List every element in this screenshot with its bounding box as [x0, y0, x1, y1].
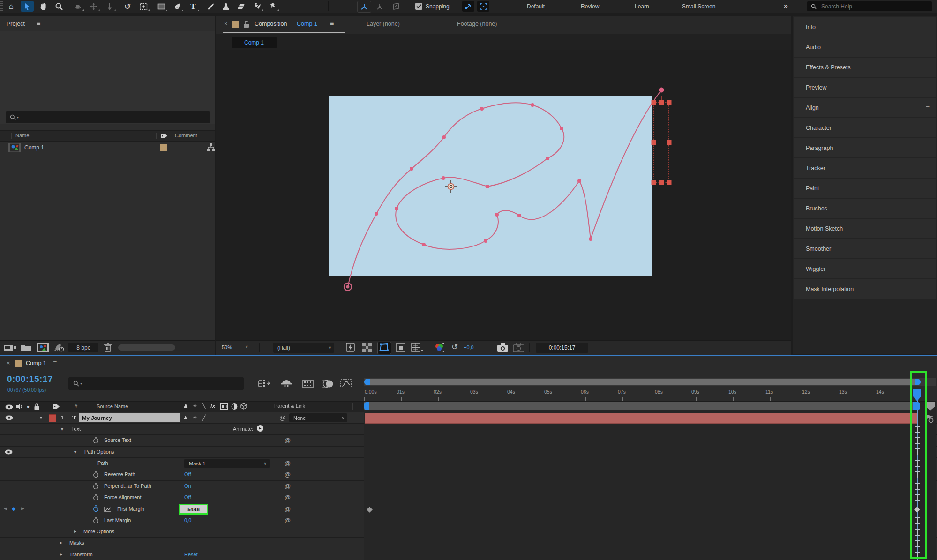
frame-blending-icon[interactable] — [302, 380, 314, 388]
orbit-camera-tool[interactable] — [71, 1, 84, 12]
selection-tool[interactable] — [21, 1, 34, 12]
column-hash[interactable]: # — [75, 403, 77, 409]
pick-whip-icon[interactable]: @ — [285, 460, 291, 467]
last-margin-label[interactable]: Last Margin — [104, 517, 131, 523]
parent-pick-whip-icon[interactable]: @ — [279, 414, 285, 421]
current-timecode[interactable]: 0:00:15:17 — [7, 374, 53, 384]
lock-icon[interactable] — [243, 21, 249, 28]
reverse-path-stopwatch-icon[interactable] — [93, 471, 99, 478]
layer-duration-bar[interactable] — [365, 413, 918, 424]
motion-blur-icon[interactable] — [322, 380, 334, 388]
path-end-point[interactable] — [659, 88, 664, 93]
timeline-tab-label[interactable]: Comp 1 — [26, 360, 46, 366]
transform-reset[interactable]: Reset — [184, 552, 198, 557]
time-ruler[interactable]: 0:00s 01s 02s 03s 04s 05s 06s 07s 08s 09… — [364, 386, 936, 402]
first-margin-stopwatch-icon[interactable] — [93, 505, 99, 512]
pick-whip-icon[interactable]: @ — [285, 437, 291, 444]
panel-info[interactable]: Info — [794, 17, 936, 37]
composition-mini-flowchart-icon[interactable] — [258, 380, 270, 388]
eraser-tool[interactable] — [234, 1, 247, 12]
more-options-chevron[interactable]: ▸ — [74, 529, 76, 534]
text-group-chevron[interactable]: ▾ — [61, 426, 63, 432]
pick-whip-icon[interactable]: @ — [285, 494, 291, 501]
layer-visibility-eye-icon[interactable] — [5, 415, 13, 420]
tab-layer-label[interactable]: Layer (none) — [367, 21, 400, 27]
panel-effects-presets[interactable]: Effects & Presets — [794, 58, 936, 77]
expression-graph-icon[interactable] — [104, 507, 112, 512]
panel-tracker[interactable]: Tracker — [794, 158, 936, 178]
graph-editor-icon[interactable] — [340, 379, 352, 388]
panel-mask-interpolation[interactable]: Mask Interpolation — [794, 279, 936, 299]
label-column-icon[interactable] — [53, 403, 60, 410]
zoom-tool[interactable] — [52, 1, 66, 12]
keyframe-prev-button[interactable]: ◀ — [4, 506, 7, 511]
timeline-close-icon[interactable]: × — [7, 359, 10, 366]
perpendicular-label[interactable]: Perpend...ar To Path — [104, 483, 151, 489]
proxy-toggle-icon[interactable] — [53, 343, 64, 352]
column-parent-link[interactable]: Parent & Link — [274, 403, 305, 409]
exposure-offset-value[interactable]: +0,0 — [464, 344, 474, 350]
perpendicular-stopwatch-icon[interactable] — [93, 483, 99, 490]
tab-footage-label[interactable]: Footage (none) — [457, 21, 497, 27]
workspace-tab-review[interactable]: Review — [581, 3, 599, 10]
project-item-row[interactable]: Comp 1 — [0, 142, 215, 154]
work-area-start-handle[interactable] — [364, 402, 369, 410]
panel-paint[interactable]: Paint — [794, 179, 936, 198]
clone-stamp-tool[interactable] — [219, 1, 232, 12]
keyframe-toggle-button[interactable]: ◆ — [12, 506, 15, 512]
comp-view-tab[interactable]: Comp 1 — [232, 37, 277, 48]
mask-visibility-toggle[interactable] — [377, 342, 391, 354]
shy-layers-icon[interactable] — [281, 380, 292, 388]
timeline-search-box[interactable]: ▾ — [68, 377, 244, 390]
interpret-footage-icon[interactable] — [4, 343, 16, 352]
layer-label-color[interactable] — [49, 414, 56, 422]
path-label[interactable]: Path — [97, 460, 108, 466]
first-margin-value[interactable]: 5448 — [187, 507, 200, 512]
project-search-box[interactable]: ▾ — [6, 111, 210, 123]
layer-name-cell[interactable]: My Journey — [79, 413, 180, 422]
column-comment[interactable]: Comment — [175, 133, 197, 138]
text-layer-bounding-box[interactable] — [652, 96, 672, 185]
dolly-camera-tool[interactable] — [103, 1, 116, 12]
pick-whip-icon[interactable]: @ — [285, 471, 291, 478]
camera-tool[interactable] — [137, 1, 150, 12]
reverse-path-value[interactable]: Off — [184, 471, 191, 477]
work-area-bar[interactable] — [364, 402, 917, 410]
new-composition-icon[interactable] — [37, 343, 49, 352]
new-folder-icon[interactable] — [21, 343, 31, 351]
layer-row[interactable]: ▾ 1 T My Journey ♟ ☀ ╱ @ None ∨ — [0, 412, 364, 423]
layer-quality-switch[interactable]: ♟ — [183, 415, 188, 421]
navigator-left-handle[interactable] — [364, 379, 370, 385]
workspace-tab-small-screen[interactable]: Small Screen — [682, 3, 715, 10]
flowchart-icon[interactable] — [207, 143, 215, 151]
help-search-box[interactable] — [807, 1, 932, 11]
layer-effects-switch[interactable]: ☀ — [193, 415, 197, 421]
pick-whip-icon[interactable]: @ — [285, 483, 291, 490]
hand-tool[interactable] — [37, 1, 50, 12]
parent-link-dropdown[interactable]: None ∨ — [289, 413, 347, 422]
column-source-name[interactable]: Source Name — [97, 403, 128, 409]
masks-chevron[interactable]: ▸ — [60, 540, 62, 545]
label-column-icon[interactable] — [160, 133, 168, 139]
force-alignment-label[interactable]: Force Alignment — [104, 494, 141, 500]
reset-exposure-icon[interactable]: ↺ — [451, 342, 458, 352]
label-color-swatch[interactable] — [160, 144, 167, 151]
snapping-checkbox[interactable] — [415, 3, 422, 10]
pick-whip-icon[interactable]: @ — [285, 506, 291, 513]
workspace-tab-default[interactable]: Default — [527, 3, 545, 10]
pen-tool[interactable] — [171, 1, 184, 12]
source-text-stopwatch-icon[interactable] — [93, 437, 99, 444]
last-margin-value[interactable]: 0,0 — [184, 517, 191, 523]
brush-tool[interactable] — [204, 1, 217, 12]
panel-motion-sketch[interactable]: Motion Sketch — [794, 219, 936, 238]
project-item-name[interactable]: Comp 1 — [24, 144, 44, 151]
more-options-label[interactable]: More Options — [83, 529, 114, 534]
timeline-navigator-track[interactable] — [364, 378, 936, 386]
world-axis-mode-button[interactable] — [373, 1, 386, 12]
panel-menu-icon[interactable]: ≡ — [926, 104, 930, 112]
layer-quality-slash-switch[interactable]: ╱ — [202, 415, 206, 421]
path-dropdown[interactable]: Mask 1 ∨ — [184, 459, 270, 468]
resolution-dropdown[interactable]: (Half) ∨ — [273, 343, 334, 353]
puppet-pin-tool[interactable] — [266, 1, 279, 12]
force-alignment-value[interactable]: Off — [184, 494, 191, 500]
